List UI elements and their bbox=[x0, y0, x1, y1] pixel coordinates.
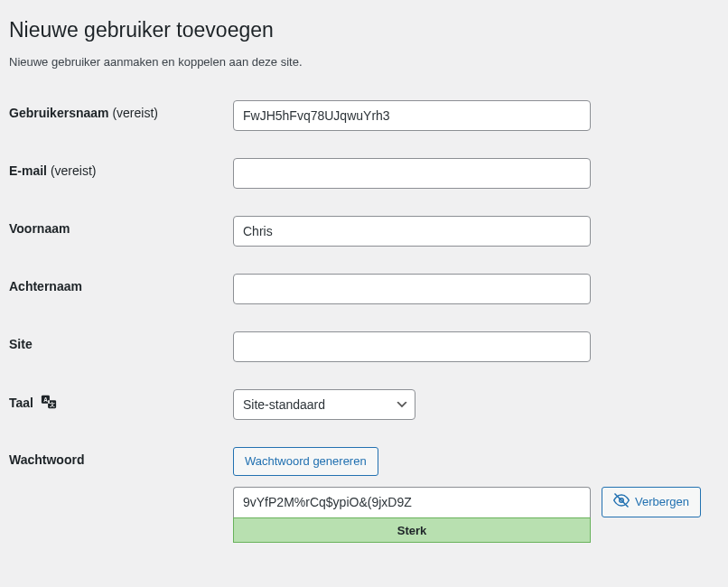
eye-slash-icon bbox=[613, 492, 630, 511]
username-label: Gebruikersnaam (vereist) bbox=[9, 87, 233, 144]
password-strength-meter: Sterk bbox=[233, 517, 591, 543]
site-input[interactable] bbox=[233, 331, 591, 362]
hide-password-button[interactable]: Verbergen bbox=[602, 487, 701, 517]
language-label: Taal A 文 bbox=[9, 376, 233, 433]
password-label: Wachtwoord bbox=[9, 433, 233, 556]
firstname-input[interactable] bbox=[233, 216, 591, 247]
site-label: Site bbox=[9, 318, 233, 376]
email-label: E-mail (vereist) bbox=[9, 144, 233, 202]
generate-password-button[interactable]: Wachtwoord genereren bbox=[233, 447, 378, 476]
user-form: Gebruikersnaam (vereist) E-mail (vereist… bbox=[9, 87, 719, 556]
svg-text:A: A bbox=[43, 396, 48, 402]
page-title: Nieuwe gebruiker toevoegen bbox=[9, 9, 719, 48]
svg-text:文: 文 bbox=[49, 401, 55, 407]
firstname-label: Voornaam bbox=[9, 202, 233, 260]
lastname-input[interactable] bbox=[233, 274, 591, 304]
translate-icon: A 文 bbox=[41, 394, 57, 414]
lastname-label: Achternaam bbox=[9, 260, 233, 318]
password-input[interactable] bbox=[233, 487, 591, 517]
username-input[interactable] bbox=[233, 100, 591, 131]
language-select[interactable]: Site-standaard bbox=[233, 389, 415, 420]
page-subtitle: Nieuwe gebruiker aanmaken en koppelen aa… bbox=[9, 55, 719, 69]
email-input[interactable] bbox=[233, 158, 591, 189]
